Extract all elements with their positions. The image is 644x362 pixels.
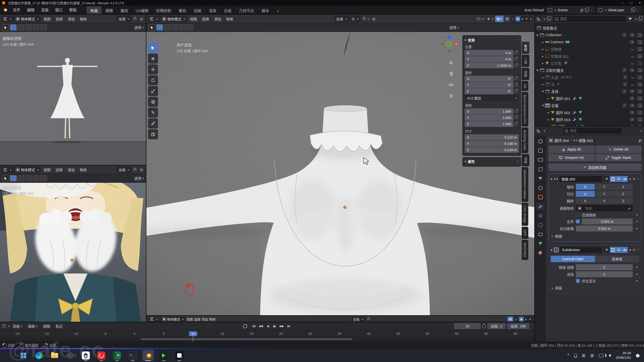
menu-view[interactable]: 视图 [186,317,193,322]
eyedropper-icon[interactable] [627,207,631,210]
netease-music-app[interactable] [96,350,107,361]
tool-move[interactable] [148,64,158,74]
mode-select[interactable]: 物体模式 [14,16,41,22]
jump-to-end-button[interactable]: ▶| [286,323,292,329]
expand-icon[interactable] [546,110,551,114]
prev-keyframe-button[interactable]: ◀◀ [257,323,264,329]
menu-view[interactable]: 视图 [41,16,53,21]
expand-icon[interactable] [535,68,540,72]
menu-playback[interactable]: 回放 [11,324,25,329]
tab-material[interactable] [536,249,545,256]
options-dropdown[interactable]: 选项 [449,25,459,30]
lock-icon[interactable] [515,110,518,113]
select-mode-extend[interactable] [164,24,171,30]
orientation-select[interactable]: 全局 [334,16,349,22]
options-dropdown[interactable]: 选项 [134,25,144,30]
exclude-checkbox[interactable] [623,82,627,86]
collapse-icon[interactable] [465,38,466,42]
menu-window[interactable]: 窗口 [52,6,66,14]
toggle-stack-button[interactable]: Toggle Stack [595,154,642,161]
animate-dot[interactable] [636,226,637,231]
exclude-checkbox[interactable] [622,68,626,72]
maximize-button[interactable]: ▢ [627,1,635,5]
workspace-tab-texpaint[interactable]: 纹理绘制 [152,6,175,15]
timeline-ruler[interactable]: -20 -15 -10 -5 0 5 10 15 20 25 30 35 40 … [0,330,534,337]
outliner-row-head[interactable]: 头9 [535,81,644,88]
merge-distance-field[interactable]: 0.001 m [582,218,633,224]
breadcrumb-object[interactable]: 圆环.004 [554,138,569,143]
exclude-checkbox[interactable] [622,89,626,93]
mode-select[interactable]: 物体模式 [14,166,41,173]
rotation-x-field[interactable]: X0° [465,76,513,82]
ime-english[interactable]: 英 [582,353,585,358]
microphone-icon[interactable] [574,354,577,357]
tab-render[interactable] [536,147,545,154]
shading-solid-active[interactable] [515,16,520,21]
properties-search[interactable] [562,127,622,134]
delete-viewlayer-icon[interactable] [636,8,639,12]
exclude-checkbox[interactable] [622,103,626,107]
tab-world[interactable] [536,184,545,191]
tool-rotate[interactable] [148,75,158,85]
toggle-realtime[interactable] [616,176,622,182]
sidebar-tab-building-tools[interactable]: Building Tools [522,127,528,153]
edge-app[interactable] [33,350,45,361]
bisect-distance-field[interactable]: 0.001 m [576,225,633,232]
render-visibility-icon[interactable] [638,97,642,100]
sidebar-tab-vr[interactable]: VR [522,81,528,91]
viewport-vis-button[interactable]: Viewport Vis [548,154,595,161]
menu-add[interactable]: 添加 [202,317,208,322]
outliner-row-camera[interactable]: Camera [535,38,644,46]
network-icon[interactable] [599,354,603,357]
location-x-field[interactable]: X0 m [465,50,513,56]
workspace-tab-animation[interactable]: 动画 [190,6,205,15]
menu-object[interactable]: 物体 [224,16,235,21]
tab-scene[interactable] [536,175,545,182]
auto-reload-label[interactable]: Auto Reload [525,8,544,12]
pan-view-icon[interactable] [447,70,455,77]
select-mode-invert[interactable] [33,24,39,30]
select-mode-intersect[interactable] [40,175,47,181]
hide-eye-icon[interactable] [630,40,634,43]
menu-view[interactable]: 视图 [41,167,53,172]
workspace-tab-layout[interactable]: 布局 [87,6,102,15]
scene-selector[interactable]: Scene [546,7,594,14]
workspace-tab-modeling[interactable]: 建模 [102,6,117,15]
new-viewlayer-icon[interactable] [631,8,635,12]
toggle-on-cage[interactable] [604,176,610,182]
advanced-subpanel[interactable]: 高级 [552,285,639,290]
camera-view-icon[interactable] [447,81,455,88]
dimmed-app[interactable] [64,350,76,361]
viewport-main-content[interactable]: ⊕ ✎ 用户透视 (10) 衣服 | 圆环.004 X [146,32,534,315]
workspace-tab-add[interactable]: + [273,7,283,15]
hide-eye-icon[interactable] [630,104,634,107]
active-tool-select-box[interactable] [2,175,9,182]
sidebar-tab-item[interactable]: 条目 [522,42,529,54]
workspace-tab-rendering[interactable]: 渲染 [205,6,220,15]
blender-menu-icon[interactable] [3,8,8,12]
gizmo-x-positive[interactable]: X [454,42,458,46]
select-mode-extend[interactable] [18,24,24,30]
menu-render[interactable]: 渲染 [38,6,52,14]
location-z-field[interactable]: Z1.1532 m [465,62,513,68]
options-dropdown[interactable]: 选项 [134,176,144,181]
viewport-camera-bottom[interactable]: 物体模式 视图 选择 添加 物体 全局 选项 摄像机透视 (10) 衣服 | 圆… [0,165,146,322]
drag-grip-icon[interactable] [516,38,519,42]
expand-icon[interactable] [540,89,545,93]
menu-view[interactable]: 视图 [188,16,199,21]
tab-object[interactable] [536,194,545,201]
terminal-app[interactable] [127,350,138,361]
editor-type-button[interactable] [148,316,159,322]
shading-wireframe[interactable] [515,317,517,321]
render-visibility-icon[interactable] [638,76,642,79]
workspace-tab-uv[interactable]: UV编辑 [132,6,152,15]
data-subpanel[interactable]: 数据 [552,234,639,239]
expand-icon[interactable] [540,54,545,58]
clipping-checkbox[interactable] [576,213,580,217]
show-gizmo-toggle[interactable] [486,16,495,22]
menu-select[interactable]: 选择 [53,167,65,172]
menu-object[interactable]: 物体 [209,317,216,322]
sidebar-tab-meshdeform[interactable]: MeshDeform Helper [522,167,528,202]
lock-icon[interactable] [515,77,518,80]
new-collection-icon[interactable] [638,17,642,21]
